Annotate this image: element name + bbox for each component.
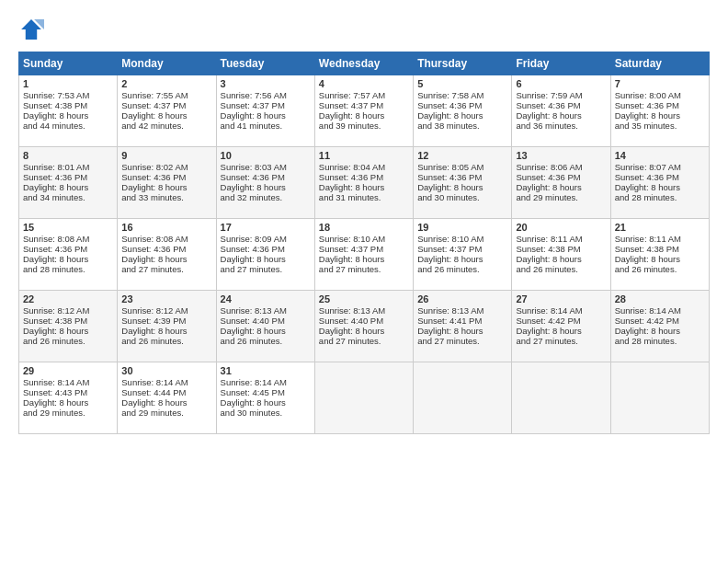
day-cell: 14Sunrise: 8:07 AMSunset: 4:36 PMDayligh… [610, 147, 709, 219]
day-number: 7 [615, 78, 705, 89]
day-info-line: Daylight: 8 hours [516, 254, 606, 264]
day-cell: 10Sunrise: 8:03 AMSunset: 4:36 PMDayligh… [216, 147, 314, 219]
day-info-line: Sunset: 4:36 PM [121, 244, 211, 254]
day-number: 25 [319, 293, 409, 304]
header-cell-tuesday: Tuesday [216, 52, 314, 75]
day-cell: 21Sunrise: 8:11 AMSunset: 4:38 PMDayligh… [610, 219, 709, 291]
day-number: 9 [121, 150, 211, 161]
day-info-line: and 28 minutes. [615, 336, 705, 346]
calendar-header: SundayMondayTuesdayWednesdayThursdayFrid… [19, 52, 710, 75]
day-info-line: Sunrise: 8:10 AM [417, 234, 507, 244]
day-info-line: and 26 minutes. [516, 264, 606, 274]
day-info-line: Daylight: 8 hours [221, 326, 311, 336]
day-info-line: Sunset: 4:36 PM [516, 100, 606, 110]
day-number: 3 [221, 78, 311, 89]
day-info-line: and 26 minutes. [23, 336, 113, 346]
day-cell: 17Sunrise: 8:09 AMSunset: 4:36 PMDayligh… [216, 219, 314, 291]
day-number: 28 [615, 293, 705, 304]
day-cell: 29Sunrise: 8:14 AMSunset: 4:43 PMDayligh… [19, 362, 118, 434]
day-info-line: Sunrise: 8:14 AM [221, 377, 311, 387]
day-number: 16 [121, 222, 211, 233]
day-info-line: and 26 minutes. [121, 336, 211, 346]
day-number: 21 [615, 222, 705, 233]
day-info-line: Sunset: 4:41 PM [417, 316, 507, 326]
logo-icon [18, 17, 44, 42]
day-info-line: Daylight: 8 hours [23, 254, 113, 264]
day-info-line: Sunset: 4:36 PM [23, 244, 113, 254]
day-info-line: and 31 minutes. [319, 192, 409, 202]
day-info-line: Sunrise: 7:59 AM [516, 90, 606, 100]
week-row-3: 15Sunrise: 8:08 AMSunset: 4:36 PMDayligh… [19, 219, 710, 291]
day-info-line: and 26 minutes. [417, 264, 507, 274]
day-cell [414, 362, 512, 434]
day-info-line: and 28 minutes. [23, 264, 113, 274]
day-number: 19 [417, 222, 507, 233]
day-cell [512, 362, 610, 434]
calendar-body: 1Sunrise: 7:53 AMSunset: 4:38 PMDaylight… [19, 75, 710, 434]
day-cell: 6Sunrise: 7:59 AMSunset: 4:36 PMDaylight… [512, 75, 610, 147]
day-info-line: Daylight: 8 hours [417, 254, 507, 264]
day-info-line: Sunrise: 8:03 AM [221, 162, 311, 172]
day-info-line: and 34 minutes. [23, 192, 113, 202]
day-info-line: Daylight: 8 hours [121, 182, 211, 192]
day-info-line: Daylight: 8 hours [319, 110, 409, 121]
day-info-line: Daylight: 8 hours [417, 110, 507, 121]
day-number: 26 [417, 293, 507, 304]
day-number: 17 [221, 222, 311, 233]
day-info-line: Daylight: 8 hours [221, 182, 311, 192]
day-info-line: Sunrise: 8:14 AM [516, 305, 606, 316]
day-info-line: and 27 minutes. [221, 264, 311, 274]
day-info-line: Sunset: 4:36 PM [23, 172, 113, 182]
day-info-line: and 27 minutes. [516, 336, 606, 346]
day-cell: 27Sunrise: 8:14 AMSunset: 4:42 PMDayligh… [512, 291, 610, 362]
day-info-line: Daylight: 8 hours [23, 326, 113, 336]
day-info-line: Sunrise: 7:57 AM [319, 90, 409, 100]
day-number: 27 [516, 293, 606, 304]
day-number: 22 [23, 293, 113, 304]
day-cell: 3Sunrise: 7:56 AMSunset: 4:37 PMDaylight… [216, 75, 314, 147]
day-info-line: and 29 minutes. [121, 408, 211, 418]
day-cell: 20Sunrise: 8:11 AMSunset: 4:38 PMDayligh… [512, 219, 610, 291]
day-info-line: Sunrise: 8:02 AM [121, 162, 211, 172]
day-info-line: and 35 minutes. [615, 121, 705, 131]
day-info-line: and 44 minutes. [23, 121, 113, 131]
day-info-line: Sunset: 4:39 PM [121, 316, 211, 326]
week-row-2: 8Sunrise: 8:01 AMSunset: 4:36 PMDaylight… [19, 147, 710, 219]
day-cell: 26Sunrise: 8:13 AMSunset: 4:41 PMDayligh… [414, 291, 512, 362]
day-number: 24 [221, 293, 311, 304]
day-info-line: and 38 minutes. [417, 121, 507, 131]
day-number: 2 [121, 78, 211, 89]
calendar-table: SundayMondayTuesdayWednesdayThursdayFrid… [18, 52, 710, 434]
day-info-line: and 27 minutes. [319, 336, 409, 346]
day-info-line: Sunset: 4:38 PM [516, 244, 606, 254]
day-info-line: Sunset: 4:42 PM [516, 316, 606, 326]
day-info-line: Sunrise: 8:00 AM [615, 90, 705, 100]
day-info-line: Daylight: 8 hours [516, 110, 606, 121]
day-info-line: Sunset: 4:36 PM [417, 100, 507, 110]
day-info-line: and 26 minutes. [221, 336, 311, 346]
day-info-line: Sunset: 4:38 PM [615, 244, 705, 254]
day-info-line: Sunrise: 8:11 AM [516, 234, 606, 244]
day-cell [610, 362, 709, 434]
day-info-line: Daylight: 8 hours [121, 254, 211, 264]
day-number: 13 [516, 150, 606, 161]
header-cell-sunday: Sunday [19, 52, 118, 75]
day-info-line: Daylight: 8 hours [615, 110, 705, 121]
day-info-line: Sunrise: 7:55 AM [121, 90, 211, 100]
day-cell: 5Sunrise: 7:58 AMSunset: 4:36 PMDaylight… [414, 75, 512, 147]
day-info-line: Sunset: 4:37 PM [319, 244, 409, 254]
day-info-line: Daylight: 8 hours [615, 326, 705, 336]
day-info-line: Sunrise: 8:13 AM [417, 305, 507, 316]
day-cell: 24Sunrise: 8:13 AMSunset: 4:40 PMDayligh… [216, 291, 314, 362]
logo [18, 17, 48, 42]
day-cell: 7Sunrise: 8:00 AMSunset: 4:36 PMDaylight… [610, 75, 709, 147]
day-info-line: Sunrise: 8:11 AM [615, 234, 705, 244]
day-info-line: and 26 minutes. [615, 264, 705, 274]
day-info-line: Daylight: 8 hours [23, 182, 113, 192]
day-cell: 2Sunrise: 7:55 AMSunset: 4:37 PMDaylight… [118, 75, 216, 147]
day-number: 11 [319, 150, 409, 161]
day-info-line: Sunrise: 7:53 AM [23, 90, 113, 100]
day-info-line: Sunrise: 7:56 AM [221, 90, 311, 100]
day-cell: 1Sunrise: 7:53 AMSunset: 4:38 PMDaylight… [19, 75, 118, 147]
day-info-line: Sunrise: 8:08 AM [121, 234, 211, 244]
